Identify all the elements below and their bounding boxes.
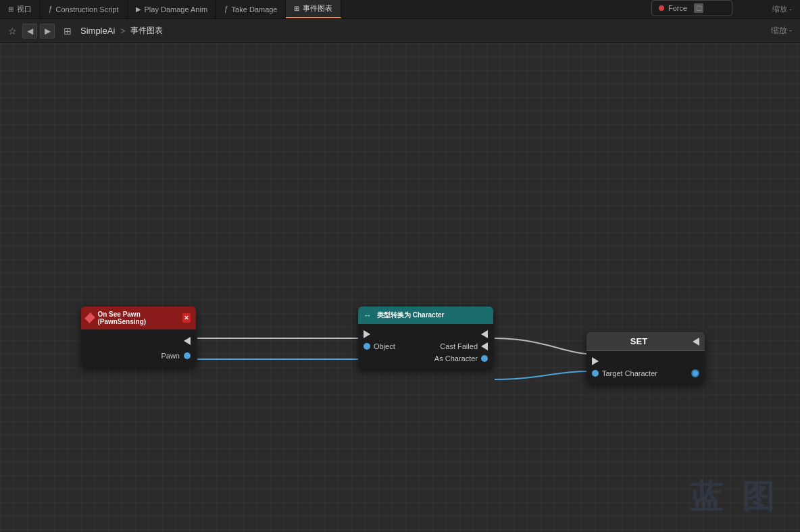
tab-take-damage-label: Take Damage [232, 5, 278, 14]
cast-exec-in-pin [364, 330, 370, 338]
node-cast-body: Object Cast Failed As Character [358, 324, 493, 369]
tab-viewport-label: 视口 [17, 4, 32, 14]
tab-construction-label: Construction Script [56, 5, 119, 14]
node-close-button[interactable]: ✕ [182, 313, 191, 323]
breadcrumb-zoom: 缩放 - [771, 25, 792, 36]
cast-icon: ↔ [364, 311, 372, 320]
set-exec-in-pin [592, 357, 599, 365]
cast-failed-pin [481, 342, 488, 350]
object-in-pin [364, 343, 370, 350]
node-set-header: SET [586, 332, 705, 351]
set-exec-out-pin [693, 338, 699, 346]
cast-exec-out-pin [481, 330, 488, 338]
cast-failed-label: Cast Failed [440, 342, 478, 350]
event-graph-icon: ⊞ [294, 5, 299, 12]
take-damage-icon: ƒ [224, 5, 228, 13]
force-label: Force [668, 4, 687, 12]
exec-out-pin [184, 337, 191, 345]
nav-buttons: ◀ ▶ [22, 24, 55, 38]
target-character-label: Target Character [602, 369, 657, 377]
blueprint-canvas[interactable]: On See Pawn (PawnSensing) ✕ Pawn ↔ 类型转换为… [0, 43, 800, 532]
play-damage-icon: ▶ [136, 5, 141, 13]
zoom-label: 缩放 - [772, 0, 800, 18]
forward-button[interactable]: ▶ [40, 24, 55, 38]
tab-construction[interactable]: ƒ Construction Script [41, 0, 128, 18]
breadcrumb-current: 事件图表 [130, 25, 163, 36]
as-character-out-pin [481, 355, 488, 362]
connections-layer [0, 43, 800, 532]
as-character-label: As Character [434, 354, 478, 363]
breadcrumb-separator: > [120, 26, 125, 36]
object-label: Object [374, 342, 395, 350]
breadcrumb-project[interactable]: SimpleAi [80, 26, 115, 36]
viewport-icon: ⊞ [8, 5, 14, 13]
node-set-title: SET [592, 336, 686, 346]
tab-take-damage[interactable]: ƒ Take Damage [216, 0, 286, 18]
tab-event-graph[interactable]: ⊞ 事件图表 [286, 0, 341, 18]
node-cast-to-character[interactable]: ↔ 类型转换为 Character Object Cast Failed [358, 307, 493, 369]
target-character-out-pin [691, 369, 699, 377]
node-cast-header: ↔ 类型转换为 Character [358, 307, 493, 324]
blueprint-watermark: 蓝 图 [690, 475, 780, 518]
node-set-body: Target Character [586, 351, 705, 383]
breadcrumb-bar: ☆ ◀ ▶ ⊞ SimpleAi > 事件图表 缩放 - [0, 19, 800, 43]
event-icon [84, 313, 95, 323]
tab-bar: ⊞ 视口 ƒ Construction Script ▶ Play Damage… [0, 0, 800, 19]
node-on-see-pawn[interactable]: On See Pawn (PawnSensing) ✕ Pawn [81, 307, 196, 367]
node-set[interactable]: SET Target Character [586, 332, 705, 383]
exec-out-row [81, 334, 196, 348]
pawn-out-label: Pawn [161, 352, 180, 360]
node-cast-title: 类型转换为 Character [377, 311, 444, 320]
tab-play-damage-label: Play Damage Anim [145, 5, 208, 14]
node-on-see-pawn-header: On See Pawn (PawnSensing) ✕ [81, 307, 196, 329]
node-on-see-pawn-body: Pawn [81, 329, 196, 367]
tab-viewport[interactable]: ⊞ 视口 [0, 0, 41, 18]
construction-icon: ƒ [49, 5, 53, 13]
partial-top-node: Force ☐ [651, 0, 732, 16]
pawn-out-pin [184, 352, 191, 359]
favorite-star-icon[interactable]: ☆ [8, 26, 17, 36]
force-checkbox[interactable]: ☐ [694, 3, 703, 13]
grid-icon: ⊞ [60, 24, 75, 38]
tab-event-graph-label: 事件图表 [303, 3, 332, 14]
force-pin-icon [659, 5, 664, 11]
tab-play-damage[interactable]: ▶ Play Damage Anim [128, 0, 217, 18]
back-button[interactable]: ◀ [22, 24, 37, 38]
target-character-in-pin [592, 370, 599, 377]
pawn-out-row: Pawn [81, 348, 196, 363]
node-on-see-pawn-title: On See Pawn (PawnSensing) [97, 311, 178, 325]
